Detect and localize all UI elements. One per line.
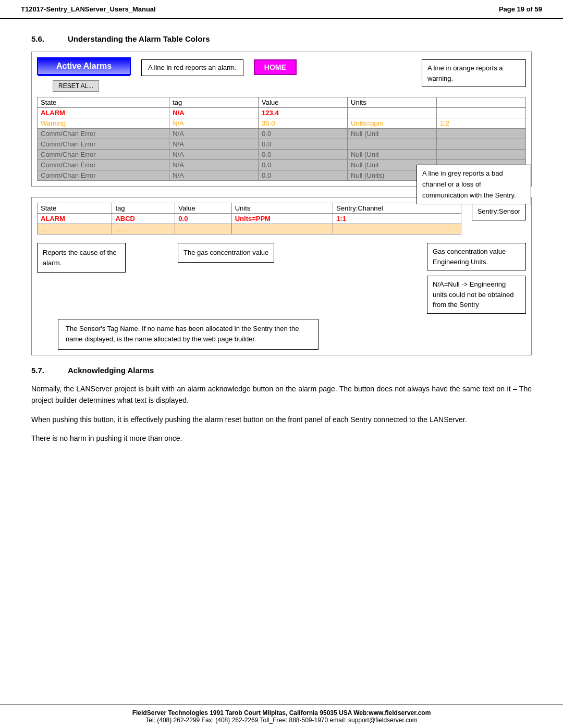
- sentry-sensor-callout: Sentry:Sensor: [472, 203, 526, 220]
- doc-title: T12017-Sentry_LANServer_Users_Manual: [21, 5, 156, 13]
- section-57-para-1: Normally, the LANServer project is built…: [31, 383, 532, 406]
- table-row: Warning N/A 30.0 Units=ppm 1:2: [38, 118, 526, 129]
- section-57-para-2: When pushing this button, it is effectiv…: [31, 414, 532, 425]
- section-57-title: Acknowledging Alarms: [68, 366, 154, 375]
- table-row: Comm/Chan Error N/A 0.0: [38, 139, 526, 150]
- col-value: Value: [259, 97, 348, 108]
- table-header-row: State tag Value Units: [38, 97, 526, 108]
- page-number: Page 19 of 59: [499, 5, 542, 13]
- gas-value-callout: The gas concentration value: [178, 243, 274, 263]
- page-footer: FieldServer Technologies 1991 Tarob Cour…: [0, 705, 563, 728]
- diagram-row: ALARM ABCD 0.0 Units=PPM 1:1: [38, 214, 461, 224]
- table-row: ALARM N/A 123.4: [38, 108, 526, 118]
- diagram-annotations: Reports the cause of the alarm. The gas …: [37, 243, 526, 314]
- alarm-panel-box: Active Alarms RESET AL... A line in red …: [31, 52, 532, 187]
- gas-units-callout: Gas concentration value Engineering Unit…: [427, 243, 526, 270]
- diagram-wrapper: State tag Value Units Sentry:Channel ALA…: [37, 203, 526, 350]
- orange-callout: A line in orange reports a warning.: [422, 59, 526, 87]
- section-57-heading: 5.7. Acknowledging Alarms: [31, 366, 532, 375]
- col-units: Units: [348, 97, 437, 108]
- reset-button[interactable]: RESET AL...: [53, 80, 99, 92]
- footer-line2: Tel: (408) 262-2299 Fax: (408) 262-2269 …: [21, 717, 542, 724]
- diagram-box: State tag Value Units Sentry:Channel ALA…: [31, 197, 532, 355]
- page-header: T12017-Sentry_LANServer_Users_Manual Pag…: [0, 0, 563, 19]
- diagram-header-row: State tag Value Units Sentry:Channel: [38, 203, 461, 214]
- right-callouts: Gas concentration value Engineering Unit…: [427, 243, 526, 314]
- cause-callout: Reports the cause of the alarm.: [37, 243, 126, 273]
- page-content: 5.6. Understanding the Alarm Table Color…: [0, 19, 563, 462]
- col-state: State: [38, 97, 169, 108]
- table-row: Comm/Chan Error N/A 0.0 Null (Unit: [38, 150, 526, 160]
- tag-name-callout: The Sensor's Tag Name. If no name has be…: [58, 319, 319, 350]
- grey-callout: A line in grey reports a bad channel or …: [417, 165, 531, 204]
- red-alarm-callout: A line in red reports an alarm.: [141, 59, 243, 76]
- col-extra: [437, 97, 526, 108]
- section-57-para-3: There is no harm in pushing it more than…: [31, 433, 532, 444]
- section-56-title: Understanding the Alarm Table Colors: [68, 34, 210, 43]
- section-57-number: 5.7.: [31, 366, 57, 375]
- diagram-table: State tag Value Units Sentry:Channel ALA…: [37, 203, 461, 235]
- col-tag: tag: [169, 97, 259, 108]
- table-row: Comm/Chan Error N/A 0.0 Null (Unit: [38, 129, 526, 139]
- section-57: 5.7. Acknowledging Alarms Normally, the …: [31, 366, 532, 445]
- active-alarms-button[interactable]: Active Alarms: [37, 57, 131, 75]
- footer-line1: FieldServer Technologies 1991 Tarob Cour…: [21, 709, 542, 717]
- section-56-heading: 5.6. Understanding the Alarm Table Color…: [31, 34, 532, 43]
- home-button[interactable]: HOME: [254, 59, 297, 75]
- diagram-row-2: ... ... ...: [38, 224, 461, 235]
- section-56-number: 5.6.: [31, 34, 57, 43]
- null-callout: N/A=Null -> Engineering units could not …: [427, 276, 526, 314]
